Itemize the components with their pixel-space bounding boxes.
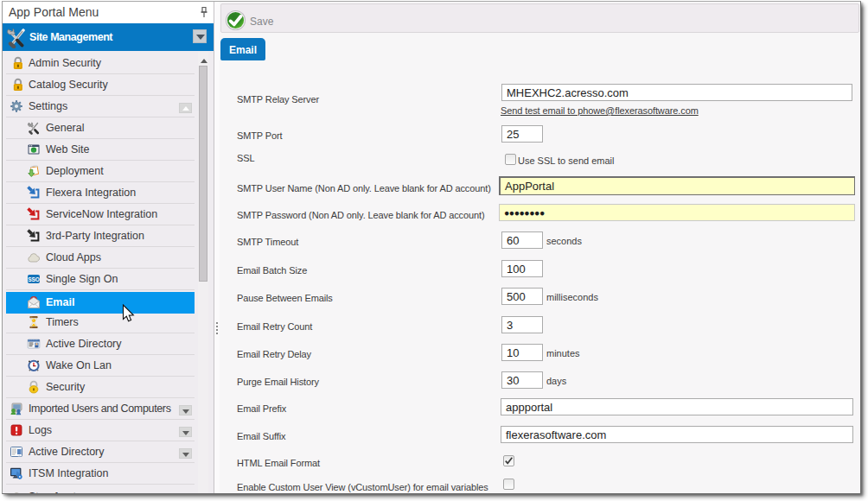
- svg-text:SSO: SSO: [28, 276, 40, 282]
